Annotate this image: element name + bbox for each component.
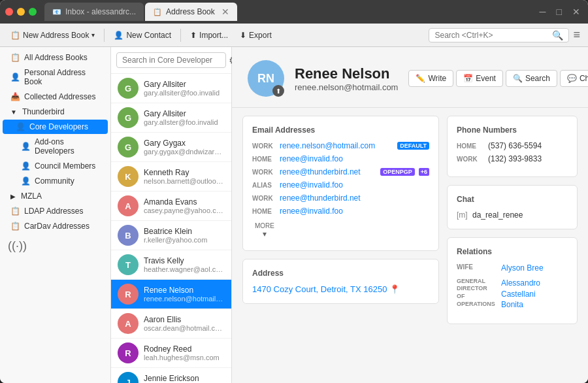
phone-card: Phone Numbers HOME (537) 636-5594 WORK (… [447, 116, 578, 177]
relation-name-bonita[interactable]: Bonita [501, 299, 568, 310]
contact-name: Gary Allsiter [144, 109, 225, 118]
email-value-4[interactable]: renee@thunderbird.net [280, 193, 429, 203]
new-contact-button[interactable]: 👤 New Contact [108, 26, 176, 44]
close-btn[interactable] [5, 8, 13, 16]
new-contact-label: New Contact [126, 31, 171, 40]
sidebar-item-add-ons[interactable]: 👤 Add-ons Developers [3, 135, 108, 158]
detail-panel: RN ⬆ Renee Nelson renee.nelson@hotmail.c… [232, 47, 588, 383]
email-value-1[interactable]: renee@invalid.foo [280, 154, 429, 163]
email-section-title: Email Addresses [252, 125, 429, 135]
search-button[interactable]: 🔍 Search [506, 70, 557, 87]
sidebar-label-community: Community [35, 176, 74, 186]
toolbar-separator-2 [180, 29, 181, 42]
email-value-3[interactable]: renee@invalid.foo [280, 180, 429, 190]
win-minimize-btn[interactable]: ─ [537, 7, 549, 17]
email-row-3: ALIAS renee@invalid.foo [252, 180, 429, 190]
sidebar-item-all-address-books[interactable]: 📋 All Address Books [3, 50, 108, 65]
relations-section-title: Relations [457, 247, 568, 256]
detail-left-col: Email Addresses WORK renee.nelson@hotmai… [242, 116, 439, 375]
sidebar-footer: ((·)) [0, 234, 110, 258]
new-address-book-button[interactable]: 📋 New Address Book ▾ [5, 26, 100, 44]
contact-item[interactable]: RRenee Nelsonrenee.nelson@hotmail.com [111, 280, 231, 309]
contact-avatar: R [118, 284, 139, 305]
chat-username: da_real_renee [472, 210, 523, 220]
chat-button[interactable]: 💬 Chat [560, 70, 588, 87]
address-link[interactable]: 1470 Cozy Court, Detroit, TX 16250 [252, 284, 387, 294]
global-search-icon: 🔍 [552, 30, 563, 41]
contact-item[interactable]: AAmanda Evanscasey.payne@yahoo.com [111, 192, 231, 221]
sidebar-item-personal[interactable]: 👤 Personal Address Book [3, 65, 108, 89]
addons-icon: 👤 [21, 142, 31, 151]
more-emails-button[interactable]: MORE ▾ [252, 220, 277, 241]
contact-item[interactable]: GGary Gygaxgary.gygax@dndwizards.com [111, 133, 231, 162]
avatar-upload-icon[interactable]: ⬆ [272, 85, 284, 97]
import-button[interactable]: ⬆ Import... [185, 26, 233, 44]
badge-default: DEFAULT [397, 142, 429, 150]
sidebar-item-thunderbird[interactable]: ▼ Thunderbird [3, 105, 108, 119]
email-label-2: WORK [252, 169, 276, 176]
tab-close-icon[interactable]: ✕ [221, 7, 229, 17]
relation-name-castellani[interactable]: Alessandro Castellani [501, 278, 568, 300]
relation-label-1: GENERAL DIRECTOR OF OPERATIONS [457, 278, 496, 308]
relation-value-0[interactable]: Alyson Bree [501, 263, 544, 274]
minimize-btn[interactable] [17, 8, 25, 16]
tab-inbox[interactable]: 📧 Inbox - alessandrc... [44, 3, 144, 21]
win-maximize-btn[interactable]: □ [554, 7, 564, 17]
tabs: 📧 Inbox - alessandrc... 📋 Address Book ✕ [44, 3, 534, 21]
export-button[interactable]: ⬇ Export [235, 26, 277, 44]
sidebar-label-core-dev: Core Developers [29, 122, 88, 131]
contact-avatar: J [118, 372, 139, 383]
email-value-2[interactable]: renee@thunderbird.net [280, 167, 376, 176]
tab-inbox-label: Inbox - alessandrc... [65, 7, 136, 16]
contact-item[interactable]: GGary Allsitergary.allster@foo.invalid [111, 103, 231, 133]
detail-header: RN ⬆ Renee Nelson renee.nelson@hotmail.c… [232, 47, 588, 108]
chat-icon: 💬 [567, 74, 577, 83]
sidebar-item-collected[interactable]: 📥 Collected Addresses [3, 90, 108, 104]
sidebar-item-cardav[interactable]: 📋 CarDav Addresses [3, 219, 108, 233]
community-icon: 👤 [21, 176, 31, 186]
email-row-2: WORK renee@thunderbird.net OPENPGP +6 [252, 167, 429, 176]
event-button[interactable]: 📅 Event [456, 70, 503, 87]
titlebar: 📧 Inbox - alessandrc... 📋 Address Book ✕… [0, 0, 588, 24]
avatar: RN ⬆ [248, 60, 284, 97]
email-value-5[interactable]: renee@invalid.foo [280, 207, 429, 216]
contact-email: gary.gygax@dndwizards.com [144, 148, 225, 156]
global-search-input[interactable] [434, 31, 552, 40]
contact-item[interactable]: AAaron Ellisoscar.dean@hotmail.com [111, 309, 231, 339]
email-value-0[interactable]: renee.nelson@hotmail.com [280, 141, 393, 150]
export-label: Export [249, 31, 272, 40]
contact-email: oscar.dean@hotmail.com [144, 324, 225, 332]
sidebar-item-community[interactable]: 👤 Community [3, 174, 108, 188]
contact-avatar: G [118, 107, 139, 128]
email-label-0: WORK [252, 142, 276, 150]
chat-section-title: Chat [457, 195, 568, 204]
contact-name: Amanda Evans [144, 197, 225, 207]
sidebar-label-mzla: MZLA [21, 192, 42, 201]
chat-label: Chat [580, 74, 588, 83]
contact-item[interactable]: RRodney Reedleah.hughes@msn.com [111, 339, 231, 368]
maximize-btn[interactable] [29, 8, 37, 16]
address-book-icon: 📋 [153, 8, 162, 16]
tab-address-book[interactable]: 📋 Address Book ✕ [145, 3, 237, 21]
contact-search-input[interactable] [116, 52, 226, 68]
sidebar-item-ldap[interactable]: 📋 LDAP Addresses [3, 204, 108, 218]
contact-item[interactable]: KKenneth Raynelson.barnett@outlook.com [111, 162, 231, 192]
sidebar-item-mzla[interactable]: ▶ MZLA [3, 189, 108, 203]
write-button[interactable]: ✏️ Write [408, 70, 453, 87]
contact-item[interactable]: TTravis Kellyheather.wagner@aol.com [111, 250, 231, 280]
contact-item[interactable]: BBeatrice Kleinr.keller@yahoo.com [111, 221, 231, 250]
toolbar-menu-button[interactable]: ≡ [570, 28, 583, 42]
contact-email-header: renee.nelson@hotmail.com [295, 82, 398, 92]
email-row-4: WORK renee@thunderbird.net [252, 193, 429, 203]
contact-info: Aaron Ellisoscar.dean@hotmail.com [144, 315, 225, 332]
main-content: 📋 All Address Books 👤 Personal Address B… [0, 47, 588, 383]
contact-avatar: G [118, 78, 139, 99]
contact-item[interactable]: JJennie Ericksons.nelson@live.com [111, 368, 231, 383]
sidebar-item-core-developers[interactable]: 👤 Core Developers [3, 120, 108, 134]
win-close-btn[interactable]: ✕ [570, 7, 583, 17]
contact-info: Travis Kellyheather.wagner@aol.com [144, 256, 225, 273]
detail-name-group: Renee Nelson renee.nelson@hotmail.com [295, 65, 398, 92]
relation-row-1: GENERAL DIRECTOR OF OPERATIONS Alessandr… [457, 278, 568, 310]
sidebar-item-council[interactable]: 👤 Council Members [3, 159, 108, 173]
contact-item[interactable]: GGary Allsitergary.allsiter@foo.invalid [111, 74, 231, 103]
